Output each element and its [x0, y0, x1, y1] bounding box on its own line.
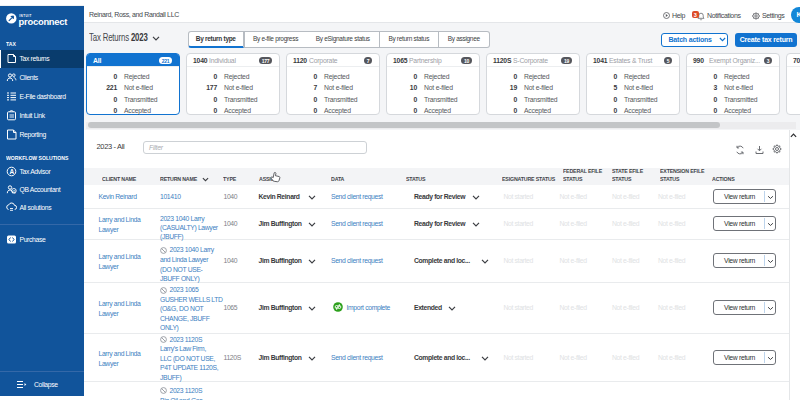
- svg-text:A: A: [10, 168, 15, 175]
- svg-text:proconnect: proconnect: [19, 16, 68, 27]
